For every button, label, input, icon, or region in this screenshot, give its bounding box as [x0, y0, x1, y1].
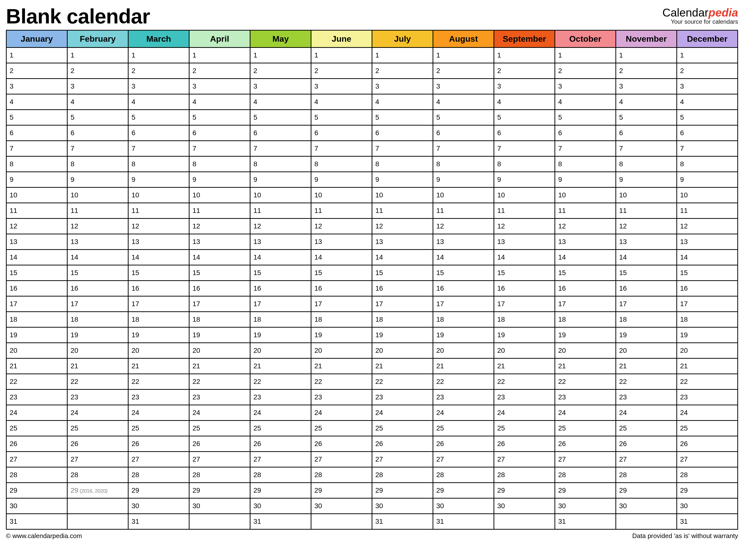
- leap-note: (2016, 2020): [78, 488, 107, 494]
- day-cell: 17: [555, 296, 616, 312]
- page-title: Blank calendar: [6, 4, 150, 28]
- day-cell: 26: [311, 436, 372, 452]
- day-cell: 19: [67, 327, 128, 343]
- day-cell: 6: [372, 125, 433, 141]
- day-cell: 28: [616, 467, 677, 483]
- day-cell: 16: [250, 281, 311, 296]
- day-cell: 4: [67, 94, 128, 110]
- day-cell: 9: [555, 172, 616, 187]
- day-cell: 6: [677, 125, 738, 141]
- day-cell: 16: [494, 281, 555, 296]
- day-cell: 21: [555, 359, 616, 374]
- day-cell: 21: [433, 359, 494, 374]
- day-cell: 30: [372, 498, 433, 514]
- day-cell: 9: [372, 172, 433, 187]
- table-row: 272727272727272727272727: [6, 452, 738, 467]
- day-cell: 30: [189, 498, 250, 514]
- day-cell: 4: [616, 94, 677, 110]
- day-cell: 28: [494, 467, 555, 483]
- day-cell: 6: [6, 125, 67, 141]
- day-cell: 16: [677, 281, 738, 296]
- table-row: 151515151515151515151515: [6, 265, 738, 281]
- day-cell: 26: [189, 436, 250, 452]
- day-cell: 31: [250, 514, 311, 529]
- day-cell: 16: [128, 281, 189, 296]
- day-cell: 27: [67, 452, 128, 467]
- day-cell: 13: [555, 234, 616, 250]
- day-cell: 14: [128, 250, 189, 265]
- day-cell: 22: [494, 374, 555, 389]
- day-cell: 15: [555, 265, 616, 281]
- day-cell: 21: [189, 359, 250, 374]
- table-row: 101010101010101010101010: [6, 187, 738, 203]
- day-cell: 10: [677, 187, 738, 203]
- day-cell: 20: [189, 343, 250, 359]
- day-cell: 5: [494, 110, 555, 125]
- day-cell: 6: [494, 125, 555, 141]
- day-cell: 14: [494, 250, 555, 265]
- day-cell: 18: [555, 312, 616, 327]
- day-cell: 27: [6, 452, 67, 467]
- table-row: 222222222222222222222222: [6, 374, 738, 389]
- day-cell: 9: [67, 172, 128, 187]
- table-row: 555555555555: [6, 110, 738, 125]
- day-cell: 14: [189, 250, 250, 265]
- day-cell: 3: [555, 79, 616, 94]
- day-cell: 7: [6, 141, 67, 156]
- day-cell: 28: [6, 467, 67, 483]
- day-cell: 25: [6, 421, 67, 436]
- month-header-january: January: [6, 30, 67, 48]
- day-cell: 7: [677, 141, 738, 156]
- table-row: 242424242424242424242424: [6, 405, 738, 421]
- day-cell: 22: [555, 374, 616, 389]
- table-row: 171717171717171717171717: [6, 296, 738, 312]
- day-cell: 23: [677, 389, 738, 405]
- table-row: 444444444444: [6, 94, 738, 110]
- day-cell: 3: [311, 79, 372, 94]
- day-cell: 2: [433, 63, 494, 79]
- day-cell: 10: [128, 187, 189, 203]
- day-cell: 27: [555, 452, 616, 467]
- day-cell: 9: [311, 172, 372, 187]
- day-cell: 22: [6, 374, 67, 389]
- day-cell: 20: [433, 343, 494, 359]
- table-row: 131313131313131313131313: [6, 234, 738, 250]
- month-header-march: March: [128, 30, 189, 48]
- day-cell: 30: [311, 498, 372, 514]
- day-cell: 24: [189, 405, 250, 421]
- day-cell: 8: [372, 156, 433, 172]
- day-cell: 25: [372, 421, 433, 436]
- day-cell: 14: [616, 250, 677, 265]
- day-cell: 3: [372, 79, 433, 94]
- day-cell: 12: [494, 219, 555, 234]
- day-cell: 19: [555, 327, 616, 343]
- day-cell: 4: [494, 94, 555, 110]
- day-cell: 3: [67, 79, 128, 94]
- day-cell: 12: [677, 219, 738, 234]
- day-cell: 9: [189, 172, 250, 187]
- day-cell: 12: [6, 219, 67, 234]
- day-cell: 7: [250, 141, 311, 156]
- month-header-december: December: [677, 30, 738, 48]
- day-cell: 17: [189, 296, 250, 312]
- day-cell: 8: [677, 156, 738, 172]
- day-cell: 2: [311, 63, 372, 79]
- day-cell: 29: [250, 483, 311, 498]
- day-cell: 1: [128, 48, 189, 63]
- day-cell: 18: [250, 312, 311, 327]
- month-header-may: May: [250, 30, 311, 48]
- day-cell: [189, 514, 250, 529]
- day-cell: 13: [6, 234, 67, 250]
- day-cell: 11: [128, 203, 189, 219]
- day-cell: 26: [128, 436, 189, 452]
- day-cell: 12: [67, 219, 128, 234]
- day-cell: 5: [677, 110, 738, 125]
- day-cell: 31: [433, 514, 494, 529]
- day-cell: 16: [311, 281, 372, 296]
- day-cell: [616, 514, 677, 529]
- table-row: 181818181818181818181818: [6, 312, 738, 327]
- day-cell: 26: [555, 436, 616, 452]
- day-cell: 19: [189, 327, 250, 343]
- day-cell: 11: [6, 203, 67, 219]
- day-cell: 13: [189, 234, 250, 250]
